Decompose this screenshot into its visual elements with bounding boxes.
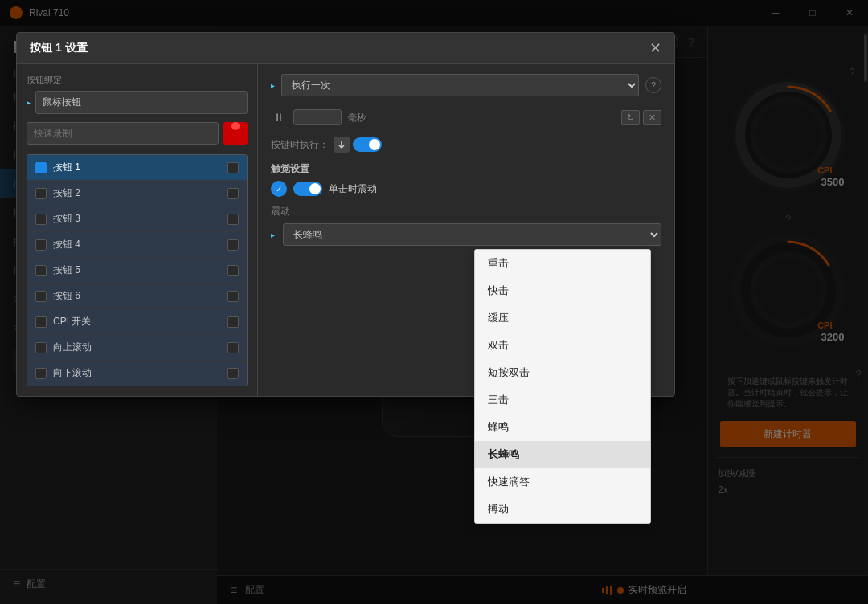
drop-item-buzz[interactable]: 蜂鸣: [475, 414, 650, 441]
keypress-row: 按键时执行：: [271, 137, 661, 153]
dialog-title: 按钮 1 设置: [30, 41, 88, 55]
dialog-close-button[interactable]: ✕: [649, 41, 661, 55]
small-check-sdn: [227, 368, 239, 379]
execute-dropdown[interactable]: 执行一次: [281, 74, 639, 96]
list-item-scroll-up[interactable]: 向上滚动: [27, 335, 247, 361]
timing-close-button[interactable]: ✕: [643, 110, 661, 125]
small-check-btn4: [227, 239, 239, 251]
check-circle-btn2: [35, 188, 47, 199]
vibration-dropdown[interactable]: 长蜂鸣: [283, 223, 661, 246]
list-label-btn5: 按钮 5: [53, 263, 227, 277]
drop-item-triple[interactable]: 三击: [475, 386, 650, 414]
list-label-btn2: 按钮 2: [53, 186, 227, 200]
touch-toggle-knob: [309, 183, 321, 194]
drop-item-heavy[interactable]: 重击: [475, 250, 650, 277]
drop-item-double[interactable]: 双击: [475, 332, 650, 359]
list-label-btn3: 按钮 3: [53, 212, 227, 226]
list-item-btn2[interactable]: 按钮 2: [27, 181, 247, 206]
keypress-controls: [334, 137, 382, 153]
drop-item-flutter[interactable]: 搏动: [475, 496, 650, 523]
list-label-btn6: 按钮 6: [53, 289, 227, 303]
binding-label: 按钮绑定: [27, 74, 248, 86]
check-circle-cpi: [35, 316, 47, 328]
drop-item-slow[interactable]: 缓压: [475, 304, 650, 332]
timing-controls: ↻ ✕: [621, 110, 661, 125]
list-item-btn3[interactable]: 按钮 3: [27, 206, 247, 232]
list-label-sdn: 向下滚动: [53, 366, 227, 380]
check-circle-sdn: [35, 368, 47, 379]
execute-row: ▸ 执行一次 ?: [271, 74, 661, 96]
keypress-label: 按键时执行：: [271, 138, 329, 152]
dialog-left-pane: 按钮绑定 ▸ 鼠标按钮 按钮 1 按钮 2: [17, 64, 258, 396]
check-circle-sup: [35, 342, 47, 353]
ms-label: 毫秒: [348, 112, 366, 124]
list-item-btn5[interactable]: 按钮 5: [27, 258, 247, 284]
vib-arrow: ▸: [271, 231, 275, 239]
ms-input[interactable]: [293, 109, 342, 125]
list-label-btn1: 按钮 1: [53, 161, 227, 174]
vibration-dropdown-row: ▸ 长蜂鸣: [271, 223, 661, 246]
list-item-btn6[interactable]: 按钮 6: [27, 284, 247, 309]
touch-row: ✓ 单击时震动: [271, 181, 661, 197]
toggle-knob: [369, 139, 380, 150]
drop-item-quick-ans[interactable]: 快速滴答: [475, 468, 650, 496]
list-item-scroll-down[interactable]: 向下滚动: [27, 361, 247, 386]
touch-toggle[interactable]: [293, 182, 322, 196]
touch-label: 单击时震动: [329, 182, 377, 196]
list-item-btn1[interactable]: 按钮 1: [27, 155, 247, 181]
small-check-cpi: [227, 316, 239, 328]
quick-record-input[interactable]: [27, 122, 219, 145]
button-list: 按钮 1 按钮 2 按钮 3 按钮 4: [27, 154, 248, 386]
pause-icon: ⏸: [271, 109, 287, 125]
check-circle-btn4: [35, 239, 47, 251]
check-circle-btn5: [35, 265, 47, 276]
timing-refresh-button[interactable]: ↻: [621, 110, 640, 125]
keypress-toggle[interactable]: [353, 137, 382, 152]
drop-item-quick[interactable]: 快击: [475, 277, 650, 304]
drop-item-short-double[interactable]: 短按双击: [475, 359, 650, 386]
record-indicator: [231, 122, 240, 130]
list-label-btn4: 按钮 4: [53, 238, 227, 251]
list-label-cpi: CPI 开关: [53, 315, 227, 329]
binding-selector: ▸ 鼠标按钮: [27, 91, 248, 114]
small-check-btn3: [227, 214, 239, 225]
list-item-btn4[interactable]: 按钮 4: [27, 232, 247, 258]
small-check-btn1: [227, 162, 239, 173]
small-check-btn6: [227, 291, 239, 302]
record-button[interactable]: [223, 122, 248, 145]
quick-record-row: [27, 122, 248, 145]
small-check-btn5: [227, 265, 239, 276]
small-check-btn2: [227, 188, 239, 199]
binding-dropdown[interactable]: 鼠标按钮: [35, 91, 248, 114]
check-circle-btn1: [35, 162, 47, 173]
keypress-icon-down: [334, 137, 350, 153]
binding-arrow: ▸: [27, 98, 31, 107]
execute-help-button[interactable]: ?: [645, 77, 661, 93]
touch-section-header: 触觉设置: [271, 162, 661, 176]
check-circle-btn3: [35, 214, 47, 225]
touch-check-icon: ✓: [271, 181, 287, 197]
execute-arrow: ▸: [271, 81, 275, 90]
drop-item-long-buzz[interactable]: 长蜂鸣: [475, 441, 650, 468]
vibration-label: 震动: [271, 205, 661, 218]
list-item-cpi[interactable]: CPI 开关: [27, 309, 247, 335]
small-check-sup: [227, 342, 239, 353]
timing-row: ⏸ 毫秒 ↻ ✕: [271, 106, 661, 129]
list-label-sup: 向上滚动: [53, 341, 227, 354]
check-circle-btn6: [35, 291, 47, 302]
vibration-dropdown-menu: 重击 快击 缓压 双击 短按双击 三击 蜂鸣 长蜂鸣 快速滴答 搏动: [474, 249, 651, 524]
dialog-header: 按钮 1 设置 ✕: [17, 33, 674, 64]
